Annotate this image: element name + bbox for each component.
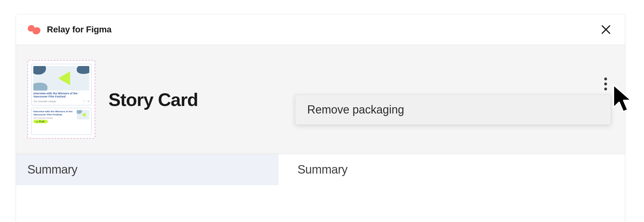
relay-logo-icon bbox=[27, 25, 41, 34]
more-vertical-icon bbox=[603, 77, 608, 91]
tabs-row: Summary Summary bbox=[16, 154, 625, 185]
header-bar: Relay for Figma bbox=[16, 14, 625, 45]
heart-icon: ♡ bbox=[83, 100, 86, 103]
thumbnail-small-subline: The Cinematic Lifestyle bbox=[33, 117, 75, 119]
menu-item-remove-packaging[interactable]: Remove packaging bbox=[295, 95, 611, 125]
more-options-button[interactable] bbox=[601, 75, 610, 95]
play-icon bbox=[58, 71, 70, 85]
share-icon: < bbox=[87, 100, 89, 103]
thumbnail-image-area bbox=[33, 66, 89, 91]
thumbnail-small-image bbox=[77, 110, 89, 119]
svg-point-6 bbox=[604, 88, 607, 91]
plugin-window: Relay for Figma Interview with bbox=[16, 14, 625, 222]
close-icon bbox=[601, 25, 611, 35]
thumbnail-card-large: Interview with the Winners of the Vancou… bbox=[31, 64, 92, 105]
close-button[interactable] bbox=[598, 22, 613, 37]
thumbnail-small-headline: Interview with the Winners of the Vancou… bbox=[33, 110, 75, 116]
svg-point-4 bbox=[604, 78, 607, 80]
component-header: Interview with the Winners of the Vancou… bbox=[16, 45, 625, 154]
component-thumbnail: Interview with the Winners of the Vancou… bbox=[27, 60, 95, 139]
component-title: Story Card bbox=[108, 89, 198, 110]
thumbnail-headline: Interview with the Winners of the Vancou… bbox=[33, 92, 89, 99]
thumbnail-subline: The Cinematic Lifestyle bbox=[33, 100, 56, 103]
tab-summary-right[interactable]: Summary bbox=[279, 154, 625, 185]
header-left: Relay for Figma bbox=[27, 25, 112, 35]
dropdown-menu: Remove packaging bbox=[295, 95, 611, 125]
plugin-title: Relay for Figma bbox=[47, 25, 112, 35]
main-area: Interview with the Winners of the Vancou… bbox=[16, 45, 625, 185]
thumbnail-play-button: ▷ PLAY bbox=[33, 120, 48, 123]
cursor-icon bbox=[612, 84, 636, 118]
thumbnail-action-icons: ♡ < bbox=[83, 100, 89, 103]
thumbnail-card-small: Interview with the Winners of the Vancou… bbox=[31, 108, 92, 135]
svg-point-5 bbox=[604, 83, 607, 86]
tab-summary-left[interactable]: Summary bbox=[16, 154, 279, 185]
play-icon bbox=[82, 113, 86, 117]
